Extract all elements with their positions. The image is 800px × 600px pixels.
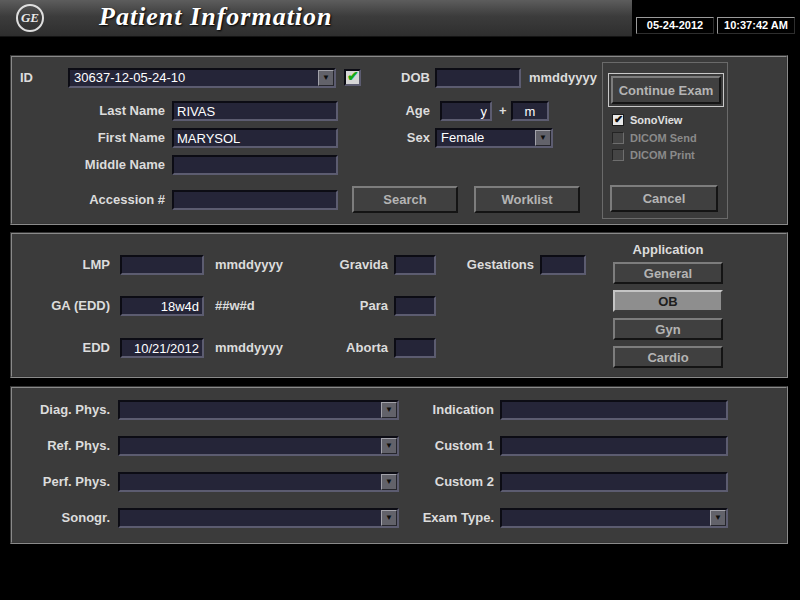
search-button[interactable]: Search: [352, 186, 458, 213]
ref-phys-label: Ref. Phys.: [12, 438, 110, 454]
app-cardio-button[interactable]: Cardio: [613, 346, 723, 368]
patient-id-value: 30637-12-05-24-10: [74, 70, 185, 86]
aborta-input[interactable]: [394, 338, 436, 358]
dropdown-arrow-icon[interactable]: [381, 402, 397, 418]
custom1-label: Custom 1: [404, 438, 494, 454]
checkbox-unchecked-icon[interactable]: [612, 132, 624, 144]
app-gyn-button[interactable]: Gyn: [613, 318, 723, 340]
age-plus-sign: +: [499, 103, 507, 119]
ref-phys-dropdown[interactable]: [118, 436, 399, 456]
ga-format-hint: ##w#d: [215, 298, 255, 314]
app-ob-button[interactable]: OB: [613, 290, 723, 312]
dob-label: DOB: [364, 70, 430, 86]
gestations-label: Gestations: [452, 257, 534, 273]
sonoview-checkbox[interactable]: SonoView: [612, 114, 682, 126]
checkbox-checked-icon[interactable]: [612, 114, 624, 126]
gestations-input[interactable]: [540, 255, 586, 275]
perf-phys-label: Perf. Phys.: [12, 474, 110, 490]
exam-type-label: Exam Type.: [404, 510, 494, 526]
time-display: 10:37:42 AM: [717, 17, 795, 34]
dicom-print-checkbox[interactable]: DICOM Print: [612, 149, 695, 161]
continue-exam-button[interactable]: Continue Exam: [611, 76, 721, 104]
ge-logo-text: GE: [21, 10, 39, 26]
last-name-input[interactable]: [172, 101, 338, 121]
accession-label: Accession #: [32, 192, 165, 208]
dropdown-arrow-icon[interactable]: [535, 130, 551, 146]
ga-edd-input[interactable]: [120, 296, 204, 316]
dropdown-arrow-icon[interactable]: [381, 438, 397, 454]
first-name-input[interactable]: [172, 128, 338, 148]
gravida-label: Gravida: [308, 257, 388, 273]
ge-logo-icon: GE: [16, 4, 44, 32]
exam-type-dropdown[interactable]: [500, 508, 728, 528]
sex-value: Female: [441, 130, 484, 146]
app-general-button[interactable]: General: [613, 262, 723, 284]
worklist-button[interactable]: Worklist: [474, 186, 580, 213]
para-label: Para: [308, 298, 388, 314]
lmp-label: LMP: [30, 257, 110, 273]
sex-label: Sex: [368, 130, 430, 146]
sex-combobox[interactable]: Female: [435, 128, 553, 148]
accession-input[interactable]: [172, 190, 338, 210]
ob-data-panel: LMP mmddyyyy Gravida Gestations Applicat…: [10, 232, 788, 378]
lmp-input[interactable]: [120, 255, 204, 275]
ga-edd-label: GA (EDD): [20, 298, 110, 314]
para-input[interactable]: [394, 296, 436, 316]
edd-input[interactable]: [120, 338, 204, 358]
edd-format-hint: mmddyyyy: [215, 340, 283, 356]
dicom-send-checkbox[interactable]: DICOM Send: [612, 132, 697, 144]
edd-label: EDD: [20, 340, 110, 356]
lmp-format-hint: mmddyyyy: [215, 257, 283, 273]
age-label: Age: [368, 103, 430, 119]
exam-details-panel: Diag. Phys. Indication Ref. Phys. Custom…: [10, 386, 788, 544]
dicom-send-label: DICOM Send: [630, 132, 697, 144]
cancel-button[interactable]: Cancel: [610, 185, 718, 212]
dropdown-arrow-icon[interactable]: [318, 70, 334, 86]
id-verified-checkbox[interactable]: [344, 69, 361, 86]
last-name-label: Last Name: [32, 103, 165, 119]
patient-id-panel: ID 30637-12-05-24-10 DOB mmddyyyy Contin…: [10, 55, 788, 225]
age-years-input[interactable]: [440, 101, 492, 121]
patient-id-combobox[interactable]: 30637-12-05-24-10: [68, 68, 336, 88]
dob-input[interactable]: [435, 68, 521, 88]
dropdown-arrow-icon[interactable]: [381, 474, 397, 490]
gravida-input[interactable]: [394, 255, 436, 275]
dicom-print-label: DICOM Print: [630, 149, 695, 161]
dropdown-arrow-icon[interactable]: [710, 510, 726, 526]
custom2-label: Custom 2: [404, 474, 494, 490]
indication-input[interactable]: [500, 400, 728, 420]
dob-format-hint: mmddyyyy: [529, 70, 597, 86]
checkbox-unchecked-icon[interactable]: [612, 149, 624, 161]
indication-label: Indication: [404, 402, 494, 418]
sonographer-dropdown[interactable]: [118, 508, 399, 528]
date-display: 05-24-2012: [636, 17, 714, 34]
age-months-input[interactable]: [511, 101, 549, 121]
custom2-input[interactable]: [500, 472, 728, 492]
sonoview-label: SonoView: [630, 114, 682, 126]
middle-name-input[interactable]: [172, 155, 338, 175]
continue-exam-button-frame: Continue Exam: [608, 73, 724, 107]
application-label: Application: [613, 242, 723, 258]
aborta-label: Aborta: [308, 340, 388, 356]
dropdown-arrow-icon[interactable]: [381, 510, 397, 526]
page-title: Patient Information: [99, 2, 333, 32]
middle-name-label: Middle Name: [32, 157, 165, 173]
first-name-label: First Name: [32, 130, 165, 146]
title-bar: GE Patient Information: [0, 0, 632, 37]
id-label: ID: [20, 70, 60, 86]
diag-phys-label: Diag. Phys.: [12, 402, 110, 418]
perf-phys-dropdown[interactable]: [118, 472, 399, 492]
diag-phys-dropdown[interactable]: [118, 400, 399, 420]
sonographer-label: Sonogr.: [12, 510, 110, 526]
custom1-input[interactable]: [500, 436, 728, 456]
patient-information-screen: GE Patient Information 05-24-2012 10:37:…: [0, 0, 800, 600]
